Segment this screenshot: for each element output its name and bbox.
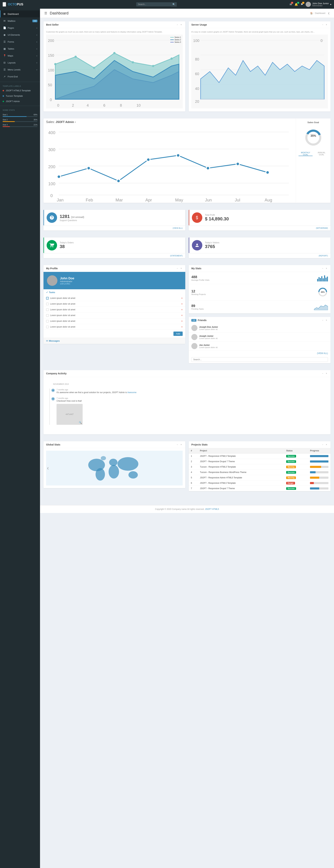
annual-goal-button[interactable]: ANNUAL GOAL: [315, 152, 328, 156]
task-add-button[interactable]: Add: [174, 332, 183, 336]
task-delete-3[interactable]: ×: [181, 308, 183, 311]
profile-edit-link[interactable]: (edit profile): [60, 283, 74, 285]
company-activity-close[interactable]: ×: [325, 372, 328, 375]
best-seller-chart-svg: 200 150 100 50 0 0 2 4 6 8: [46, 35, 183, 108]
global-stats-close[interactable]: ×: [180, 443, 183, 446]
mailbox-badge: 142: [32, 20, 37, 22]
sidebar-item-ui-elements[interactable]: ◉ UI Elements ▸: [0, 31, 40, 38]
map-nav-left[interactable]: ❮: [47, 467, 49, 469]
friends-minimize[interactable]: −: [321, 319, 324, 322]
profit-action[interactable]: (WITHDRAW): [189, 225, 331, 230]
global-stats-minimize[interactable]: −: [176, 443, 179, 446]
svg-point-25: [171, 58, 173, 60]
world-map-svg: [53, 453, 176, 484]
sidebar-item-jsoft-admin[interactable]: JSOFT Admin: [0, 99, 40, 104]
best-seller-chart-container: Series 1 Series 2 Series 3: [46, 35, 183, 109]
projects-stats-minimize[interactable]: −: [321, 443, 324, 446]
sidebar-item-tables[interactable]: ▦ Tables ▸: [0, 45, 40, 52]
breadcrumb-home-icon[interactable]: 🏠: [310, 12, 313, 14]
my-profile-col: My Profile − × John Doe Administrator (e…: [43, 265, 185, 367]
search-input[interactable]: [136, 2, 171, 6]
task-delete-6[interactable]: ×: [181, 326, 183, 328]
global-stats-title: Global Stats: [46, 443, 60, 446]
sidebar-item-forms[interactable]: ☰ Forms ▸: [0, 38, 40, 45]
maps-icon: 📍: [3, 54, 6, 57]
support-number: 1281 (14 unread): [60, 214, 183, 219]
stat-tasks-label: Pending Tasks: [191, 308, 204, 310]
my-stats-box: My Stats − × 488 Average Profile Visits: [189, 265, 331, 313]
task-checkbox-3[interactable]: [46, 308, 49, 311]
best-seller-close[interactable]: ×: [180, 23, 183, 26]
svg-text:Apr: Apr: [145, 197, 152, 202]
best-seller-minimize[interactable]: −: [176, 23, 179, 26]
svg-text:Mar: Mar: [116, 197, 123, 202]
sidebar-toggle-button[interactable]: ☰: [43, 10, 48, 16]
visitors-action[interactable]: (REPORT): [189, 253, 331, 258]
task-delete-1[interactable]: ×: [181, 297, 183, 300]
my-profile-minimize[interactable]: −: [176, 267, 179, 270]
sales-dropdown-arrow[interactable]: ▾: [75, 121, 76, 123]
timeline-link-1[interactable]: Awesome: [127, 391, 136, 394]
friend-item-3: Joe Junior Lorem ipsum dolor sit.: [189, 342, 331, 351]
timeline-image-zoom-icon[interactable]: 🔍: [79, 421, 82, 424]
hamburger-menu-button[interactable]: ☰: [3, 2, 6, 7]
svg-text:0: 0: [321, 39, 323, 42]
stat-visits-number: 488: [191, 275, 209, 279]
dot-green-icon: [3, 101, 4, 102]
svg-point-54: [206, 166, 210, 170]
user-menu[interactable]: John Doe Junior Administrator ▾: [306, 2, 331, 7]
friend-name-2: Joseph Junior: [199, 335, 218, 337]
row-company-activity: Company Activity − × NOVEMBER 2013: [43, 370, 331, 438]
task-checkbox-1[interactable]: ✓: [46, 297, 49, 300]
support-action[interactable]: (VIEW ALL): [43, 225, 185, 230]
monthly-goal-button[interactable]: MONTHLY GOAL: [299, 152, 313, 156]
task-checkbox-2[interactable]: [46, 303, 49, 305]
task-delete-5[interactable]: ×: [181, 320, 183, 322]
orders-action[interactable]: (STATEMENT): [43, 253, 185, 258]
mail-notification[interactable]: ✉ 4: [290, 3, 292, 6]
sidebar-item-menu-levels[interactable]: ☰ Menu Levels ▸: [0, 66, 40, 73]
my-stats-close[interactable]: ×: [325, 267, 328, 270]
content-collapse-button[interactable]: ❮: [327, 12, 331, 15]
server-usage-close[interactable]: ×: [325, 23, 328, 26]
projects-stats-close[interactable]: ×: [325, 443, 328, 446]
svg-point-20: [74, 56, 77, 58]
task-delete-4[interactable]: ×: [181, 314, 183, 317]
friends-search-input[interactable]: [191, 357, 328, 362]
server-usage-minimize[interactable]: −: [321, 23, 324, 26]
my-profile-close[interactable]: ×: [180, 267, 183, 270]
sidebar-item-pages[interactable]: 📄 Pages ▸: [0, 24, 40, 31]
sidebar-item-maps[interactable]: 📍 Maps ▸: [0, 52, 40, 59]
total-profit-col: Total Profit $ 14,890.30 (WITHDRAW): [189, 210, 331, 234]
stat3-bar-fill: [3, 126, 10, 127]
friends-box: 106 Friends − × Joseph Doe Junior: [189, 317, 331, 363]
footer-link[interactable]: JSOFT HTML5: [205, 508, 219, 510]
bar-1: [317, 279, 318, 281]
sidebar-item-front-end[interactable]: ↗ Front-End: [0, 73, 40, 80]
my-profile-tools: − ×: [176, 267, 183, 270]
flag-notification[interactable]: ⚑ 9: [301, 3, 303, 6]
sidebar-item-layouts[interactable]: ⊟ Layouts ▸: [0, 59, 40, 66]
friends-close[interactable]: ×: [325, 319, 328, 322]
sales-label: Sales:: [46, 120, 55, 124]
search-button[interactable]: 🔍: [171, 2, 177, 7]
sidebar-item-tucson[interactable]: Tucson Template: [0, 93, 40, 99]
my-stats-minimize[interactable]: −: [321, 267, 324, 270]
friends-view-all[interactable]: (VIEW ALL): [189, 351, 331, 356]
task-delete-2[interactable]: ×: [181, 303, 183, 305]
sidebar-label-ui-elements: UI Elements: [8, 34, 20, 36]
row-profile-stats: My Profile − × John Doe Administrator (e…: [43, 265, 331, 367]
company-activity-minimize[interactable]: −: [321, 372, 324, 375]
sidebar-item-jsoft-html5[interactable]: JSOFT HTML5 Template: [0, 88, 40, 93]
sidebar-item-dashboard[interactable]: ⊞ Dashboard: [0, 10, 40, 18]
bell-notification[interactable]: 🔔 6: [295, 3, 298, 6]
svg-text:Feb: Feb: [86, 197, 93, 202]
messages-section: ✉ Messages: [43, 338, 185, 344]
task-checkbox-5[interactable]: [46, 320, 49, 322]
task-checkbox-6[interactable]: [46, 326, 49, 328]
task-checkbox-4[interactable]: [46, 314, 49, 317]
bar-5: [323, 278, 324, 281]
row2-progress-bar: [310, 460, 328, 463]
sidebar-item-mailbox[interactable]: ✉ Mailbox 142: [0, 18, 40, 24]
best-seller-title: Best Seller: [46, 23, 59, 26]
